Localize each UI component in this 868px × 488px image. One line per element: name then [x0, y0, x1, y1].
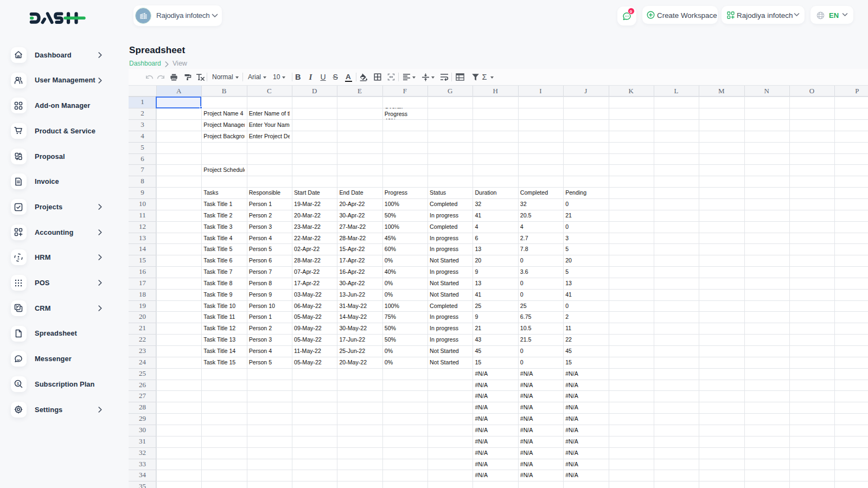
svg-text:$: $ — [17, 381, 20, 386]
